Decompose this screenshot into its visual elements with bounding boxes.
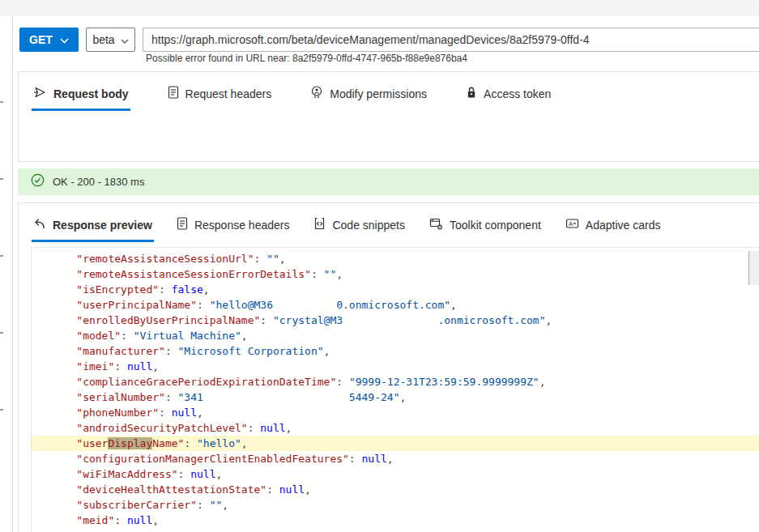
tab-access-token[interactable]: Access token: [464, 79, 552, 111]
graph-explorer-screen: GET beta Possible error found in URL nea…: [0, 0, 759, 532]
component-gear-icon: [429, 217, 443, 232]
person-permissions-icon: [310, 86, 323, 101]
send-icon: [33, 86, 47, 101]
api-version-label: beta: [92, 33, 114, 46]
scrollbar-thumb[interactable]: [748, 251, 759, 285]
chevron-down-icon: [121, 33, 129, 46]
code-line: "serialNumber": "341 5449-24",: [32, 389, 759, 405]
status-text: OK - 200 - 1830 ms: [53, 176, 144, 188]
url-error-hint: Possible error found in URL near: 8a2f59…: [146, 53, 467, 64]
response-preview-editor[interactable]: "remoteAssistanceSessionUrl": "", "remot…: [31, 247, 759, 532]
gutter-dash: [0, 178, 3, 180]
tab-response-headers[interactable]: Response headers: [175, 211, 292, 242]
success-check-icon: [31, 173, 45, 190]
response-status-bar: OK - 200 - 1830 ms: [18, 168, 759, 195]
chevron-down-icon: [60, 33, 69, 46]
code-line: "isEncrypted": false,: [32, 282, 759, 297]
tab-label: Toolkit component: [450, 219, 541, 232]
code-line: "subscriberCarrier": "",: [32, 497, 759, 513]
gutter-dash: [0, 101, 3, 103]
request-tabs: Request body Request headers Modify perm…: [19, 72, 759, 111]
svg-text:A: A: [569, 220, 573, 228]
code-line: "remoteAssistanceSessionErrorDetails": "…: [32, 266, 759, 282]
tab-toolkit-component[interactable]: Toolkit component: [428, 211, 543, 242]
tab-label: Adaptive cards: [586, 219, 661, 232]
request-section: Request body Request headers Modify perm…: [18, 71, 759, 162]
tab-label: Response preview: [53, 219, 152, 232]
gutter-dash: [0, 332, 3, 334]
code-line: "deviceHealthAttestationState": null,: [32, 482, 759, 497]
code-line: "userDisplayName": "hello",: [32, 436, 759, 451]
api-version-dropdown[interactable]: beta: [86, 28, 135, 52]
code-line: "complianceGracePeriodExpirationDateTime…: [32, 374, 759, 389]
tab-label: Access token: [484, 87, 551, 100]
tab-modify-permissions[interactable]: Modify permissions: [309, 79, 429, 111]
code-line: "userPrincipalName": "hello@M36 0.onmicr…: [32, 297, 759, 313]
code-line: "enrolledByUserPrincipalName": "crystal@…: [32, 313, 759, 328]
response-tabs: Response preview Response headers Code s…: [19, 203, 759, 242]
tab-response-preview[interactable]: Response preview: [32, 211, 154, 242]
tab-request-headers[interactable]: Request headers: [166, 79, 274, 111]
tab-label: Request body: [53, 87, 129, 100]
gutter-dash: [0, 409, 3, 411]
top-strip: [0, 0, 759, 16]
tab-request-body[interactable]: Request body: [32, 79, 130, 111]
tab-label: Modify permissions: [330, 87, 427, 100]
code-line: "remoteAssistanceSessionUrl": "",: [32, 251, 759, 266]
left-panel-edge: [0, 16, 13, 532]
http-method-dropdown[interactable]: GET: [19, 28, 79, 52]
code-line: "imei": null,: [32, 359, 759, 374]
tab-label: Code snippets: [332, 219, 405, 232]
code-line: "meid": null,: [32, 513, 759, 528]
code-line: "manufacturer": "Microsoft Corporation",: [32, 343, 759, 359]
lock-icon: [466, 86, 477, 101]
code-line: "configurationManagerClientEnabledFeatur…: [32, 451, 759, 466]
code-line: "wiFiMacAddress": null,: [32, 466, 759, 482]
response-code: "remoteAssistanceSessionUrl": "", "remot…: [32, 248, 759, 528]
tab-adaptive-cards[interactable]: A Adaptive cards: [564, 211, 663, 242]
code-line: "model": "Virtual Machine",: [32, 328, 759, 343]
request-url-input[interactable]: [143, 28, 759, 52]
card-icon: A: [565, 217, 579, 232]
undo-arrow-icon: [33, 217, 46, 232]
code-line: "phoneNumber": null,: [32, 405, 759, 420]
response-section: Response preview Response headers Code s…: [18, 202, 759, 532]
http-method-label: GET: [29, 33, 53, 46]
document-icon: [168, 86, 179, 101]
tab-label: Response headers: [194, 219, 290, 232]
code-line: "androidSecurityPatchLevel": null,: [32, 420, 759, 436]
code-brackets-icon: [313, 217, 326, 232]
document-icon: [177, 217, 188, 232]
gutter-dash: [0, 255, 3, 257]
editor-scrollbar: [748, 248, 759, 532]
tab-code-snippets[interactable]: Code snippets: [312, 211, 407, 242]
tab-label: Request headers: [185, 87, 272, 100]
